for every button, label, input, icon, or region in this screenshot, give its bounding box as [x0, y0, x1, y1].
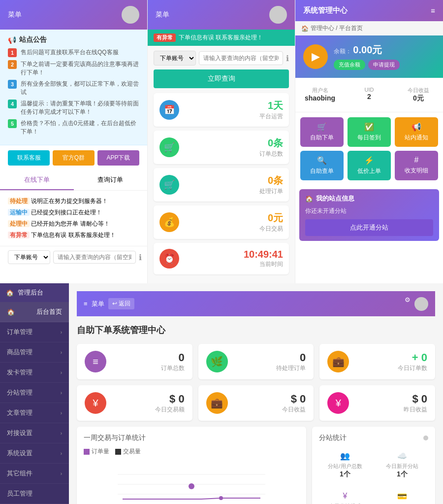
ann-item-4: 4 温馨提示：请勿重复下单哦！必须要等待前面任务订单完成才可以下单！	[8, 100, 139, 116]
alert-banner: 有异常 下单信息有误 联系客服亲处理！	[148, 30, 295, 46]
sidebar-item-orders[interactable]: 订单管理 ›	[0, 322, 69, 342]
user-info-grid: 用户名 shaobing UID 2 今日收益 0元	[295, 78, 443, 112]
recharge-btn[interactable]: 充值余额	[334, 60, 365, 70]
admin-stat-total: ≡ 0 订单总数	[77, 344, 192, 379]
admin-stat-pending: 🌿 0 待处理订单	[198, 344, 314, 379]
admin-menu-icon: ≡	[84, 300, 88, 307]
stat-box-icon-earnings: 💼	[206, 392, 228, 414]
branch-stat-commission: ¥ 今日分站提成 0元	[319, 488, 371, 504]
app-btn[interactable]: APP下载	[97, 150, 139, 166]
stat-box-info-total: 0 订单总数	[112, 351, 185, 372]
mid-stats: 📅 1天 平台运营 🛒 0条 订单总数 🛒 0条 处理订单	[148, 93, 295, 283]
sidebar-item-plugins[interactable]: 其它组件 ›	[0, 464, 69, 484]
left-query-input[interactable]	[53, 251, 136, 264]
chart-area	[84, 460, 299, 504]
branch-title: 分站统计	[319, 434, 428, 442]
stat-icon-days: 📅	[159, 100, 179, 120]
chevron-icon: ›	[61, 431, 62, 436]
sidebar-item-products[interactable]: 商品管理 ›	[0, 342, 69, 363]
search-icon: 🔍	[317, 156, 327, 165]
stat-box-info-earnings: $ 0 今日收益	[234, 393, 306, 414]
stat-value-trade: 0元	[185, 211, 283, 225]
stat-box-info-yesterday: $ 0 昨日收益	[355, 393, 427, 414]
stat-box-icon-pending: 🌿	[206, 351, 228, 372]
stat-box-icon-yesterday: ¥	[327, 392, 349, 414]
announcement-section: 📢 站点公告 1 售后问题可直接联系平台在线QQ客服 2 下单之前请一定要看完该…	[0, 30, 147, 145]
left-avatar	[122, 6, 139, 24]
stat-box-icon-total: ≡	[85, 351, 106, 372]
func-btn-finance[interactable]: # 收支明细	[395, 151, 438, 180]
admin-stats-row-1: ≡ 0 订单总数 🌿 0 待处理订单 💼 + 0 今日订单数	[77, 344, 435, 379]
func-btn-search[interactable]: 🔍 自助查单	[300, 151, 344, 180]
back-btn[interactable]: ↩ 返回	[108, 298, 134, 309]
admin-sidebar-header: 🏠 管理后台	[0, 283, 69, 302]
stat-card-processing: 🛒 0条 处理订单	[154, 168, 289, 202]
sidebar-item-home[interactable]: 🏠 后台首页	[0, 302, 69, 322]
mid-query-row: 下单账号 ℹ	[154, 51, 289, 66]
admin-stat-trade: ¥ $ 0 今日交易额	[77, 385, 192, 421]
qq-btn[interactable]: 官方Q群	[53, 150, 95, 166]
left-query-select[interactable]: 下单账号	[8, 250, 50, 264]
mid-menu-label: 菜单	[156, 10, 169, 19]
house-icon: 🏠	[305, 195, 313, 202]
stat-box-info-today: + 0 今日订单数	[355, 351, 427, 372]
func-btn-signin[interactable]: ✅ 每日签到	[348, 117, 391, 147]
settings-icon[interactable]: ⚙	[405, 296, 411, 303]
chevron-icon: ›	[61, 370, 62, 375]
stat-box-info-trade: $ 0 今日交易额	[112, 393, 185, 414]
sidebar-item-docking[interactable]: 对接设置 ›	[0, 423, 69, 443]
status-processing: 处理中 已经开始为您开单 请耐心等！	[8, 218, 139, 230]
ann-item-2: 2 下单之前请一定要看完该商品的注意事项再进行下单！	[8, 60, 139, 77]
stat-icon-trade: 💰	[159, 212, 179, 232]
stat-label-processing: 处理订单	[185, 187, 283, 196]
branch-box: 分站统计 👥 分站/用户总数 1个 ☁️ 今日新开分站 1个	[312, 427, 435, 504]
admin-page-title: 自助下单系统管理中心	[77, 324, 435, 336]
admin-avatar	[414, 297, 428, 311]
right-panel: 系统管理中心 ≡ 🏠 管理中心 / 平台首页 ▶ 余额： 0.00元 充值余额 …	[295, 0, 443, 283]
stat-value-processing: 0条	[185, 174, 283, 187]
admin-menu: 🏠 后台首页 订单管理 › 商品管理 › 发卡管理 › 分站管理 › 文章管理 …	[0, 302, 69, 504]
balance-card: ▶ 余额： 0.00元 充值余额 申请提现	[295, 35, 443, 78]
func-btn-lowprice[interactable]: ⚡ 低价上单	[348, 151, 391, 180]
chart-title: 一周交易与订单统计	[84, 434, 299, 442]
branch-dot	[423, 436, 428, 440]
func-btn-order[interactable]: 🛒 自助下单	[300, 117, 344, 147]
stat-value-time: 10:49:41	[185, 249, 283, 260]
mid-query-input[interactable]	[199, 51, 283, 65]
sidebar-item-branch[interactable]: 分站管理 ›	[0, 383, 69, 403]
right-title: 系统管理中心	[303, 6, 348, 15]
stat-box-info-pending: 0 待处理订单	[234, 351, 306, 372]
stat-card-time: ⏰ 10:49:41 当前时间	[154, 243, 289, 274]
stat-box-icon-today: 💼	[327, 351, 349, 372]
earnings-item: 今日收益 0元	[394, 83, 443, 107]
withdraw-btn[interactable]: 申请提现	[368, 60, 400, 70]
left-panel: 菜单 📢 站点公告 1 售后问题可直接联系平台在线QQ客服 2 下单之前请一定要…	[0, 0, 148, 283]
func-grid: 🛒 自助下单 ✅ 每日签到 📢 站内通知 🔍 自助查单 ⚡ 低价上单 # 收支	[295, 112, 443, 185]
sidebar-item-cards[interactable]: 发卡管理 ›	[0, 363, 69, 383]
mid-panel: 菜单 有异常 下单信息有误 联系客服亲处理！ 下单账号 ℹ 立即查询 📅 1天 …	[148, 0, 295, 283]
yen-icon: ¥	[323, 492, 367, 501]
card-icon: 💳	[380, 492, 424, 501]
branch-stat-new: ☁️ 今日新开分站 1个	[376, 447, 428, 483]
contact-btn[interactable]: 联系客服	[8, 150, 50, 166]
open-branch-btn[interactable]: 点此开通分站	[305, 219, 433, 236]
stat-card-orders: 🛒 0条 订单总数	[154, 131, 289, 164]
legend-trade: 交易量	[115, 447, 141, 456]
tab-order[interactable]: 在线下单	[0, 170, 74, 190]
mid-query-select[interactable]: 下单账号	[154, 51, 196, 66]
cart-icon: 🛒	[317, 122, 327, 132]
status-error: 有异常 下单信息有误 联系客服亲处理！	[8, 230, 139, 241]
sidebar-item-articles[interactable]: 文章管理 ›	[0, 403, 69, 423]
query-btn[interactable]: 立即查询	[154, 69, 289, 88]
stat-info-processing: 0条 处理订单	[185, 174, 283, 196]
admin-stats-row-2: ¥ $ 0 今日交易额 💼 $ 0 今日收益 ¥ $ 0 昨日收益	[77, 385, 435, 421]
tab-query[interactable]: 查询订单	[74, 170, 148, 190]
right-menu-icon[interactable]: ≡	[431, 6, 435, 15]
mid-avatar	[269, 6, 287, 24]
stat-label-time: 当前时间	[185, 260, 283, 269]
stat-value-days: 1天	[185, 99, 283, 112]
sidebar-item-settings[interactable]: 系统设置 ›	[0, 443, 69, 464]
status-pending: 待处理 说明正在努力提交到服务器！	[8, 196, 139, 207]
func-btn-notify[interactable]: 📢 站内通知	[395, 117, 438, 147]
sidebar-item-staff[interactable]: 员工管理	[0, 484, 69, 504]
